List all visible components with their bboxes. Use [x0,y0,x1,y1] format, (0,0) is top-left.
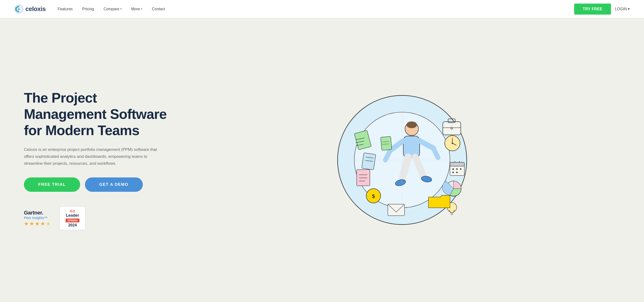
nav-links: Features Pricing Compare ▾ More ▾ Contac… [58,7,165,11]
try-free-button[interactable]: TRY FREE [574,3,611,14]
gartner-sub: Peer Insights™ [24,216,51,220]
logo-icon [14,4,24,14]
hero-buttons: FREE TRIAL GET A DEMO [24,177,180,192]
hero-description: Celoxis is an enterprise project portfol… [24,146,158,167]
logo[interactable]: celoxis [14,4,46,14]
star-half: ★ [46,221,51,227]
chevron-down-icon: ▾ [120,7,122,10]
star-2: ★ [30,221,34,227]
nav-link-contact[interactable]: Contact [152,7,165,11]
hero-illustration: $ [333,91,472,229]
nav-item-pricing[interactable]: Pricing [82,7,94,11]
gartner-name: Gartner. [24,210,51,216]
svg-point-40 [460,168,462,170]
nav-item-features[interactable]: Features [58,7,73,11]
svg-rect-19 [362,153,376,170]
svg-point-41 [452,172,454,173]
navbar: celoxis Features Pricing Compare ▾ More … [0,0,644,18]
nav-link-features[interactable]: Features [58,7,73,11]
illustration-svg: $ [333,91,472,229]
free-trial-button[interactable]: FREE TRIAL [24,177,80,192]
svg-point-1 [18,8,20,10]
svg-point-39 [456,168,458,170]
star-4: ★ [40,221,45,227]
nav-item-more[interactable]: More ▾ [131,7,142,11]
svg-point-38 [452,168,454,170]
nav-link-more[interactable]: More ▾ [131,7,142,11]
svg-rect-50 [380,136,392,150]
svg-point-5 [406,121,417,128]
nav-link-compare[interactable]: Compare ▾ [104,7,122,11]
nav-item-contact[interactable]: Contact [152,7,165,11]
hero-badges: Gartner. Peer Insights™ ★ ★ ★ ★ ★ G2 Lea… [24,206,180,230]
g2-logo: G2 [70,209,75,213]
star-rating: ★ ★ ★ ★ ★ [24,221,51,227]
navbar-left: celoxis Features Pricing Compare ▾ More … [14,4,165,14]
brand-name: celoxis [25,5,46,13]
star-3: ★ [35,221,40,227]
svg-rect-35 [450,162,464,166]
g2-season: SPRING [66,219,80,222]
g2-year: 2024 [68,223,77,227]
svg-rect-22 [357,170,370,186]
svg-text:$: $ [372,193,375,199]
g2-leader: Leader [66,213,79,218]
nav-item-compare[interactable]: Compare ▾ [104,7,122,11]
nav-link-pricing[interactable]: Pricing [82,7,94,11]
gartner-badge: Gartner. Peer Insights™ ★ ★ ★ ★ ★ [24,210,51,227]
get-demo-button[interactable]: GET A DEMO [85,177,142,192]
chevron-down-icon: ▾ [628,7,630,11]
chevron-down-icon: ▾ [141,7,142,10]
hero-image: $ [180,91,625,229]
svg-point-29 [450,127,453,129]
hero-section: The Project Management Software for Mode… [0,18,644,302]
svg-point-42 [456,172,458,173]
star-1: ★ [24,221,29,227]
g2-badge: G2 Leader SPRING 2024 [59,206,86,230]
hero-content: The Project Management Software for Mode… [24,90,180,231]
navbar-right: TRY FREE LOGIN ▾ [574,3,630,14]
hero-title: The Project Management Software for Mode… [24,90,180,139]
login-button[interactable]: LOGIN ▾ [615,7,630,11]
